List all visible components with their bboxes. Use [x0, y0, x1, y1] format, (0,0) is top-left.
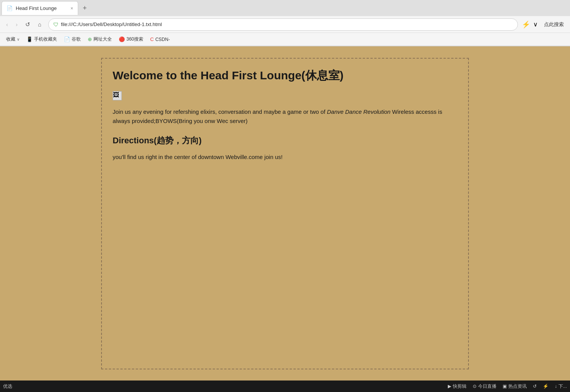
- lightning-button[interactable]: ⚡: [522, 20, 530, 29]
- bookmark-360[interactable]: 🔴 360搜索: [116, 34, 146, 44]
- hot-news-item[interactable]: ▣ 热点资讯: [503, 383, 527, 390]
- home-button[interactable]: ⌂: [35, 19, 44, 30]
- search-button[interactable]: 点此搜索: [541, 20, 567, 30]
- status-bar: 优选 ▶ 快剪辑 ⊙ 今日直播 ▣ 热点资讯 ↺ ⚡ ↓ 下...: [0, 381, 570, 392]
- status-left-label: 优选: [3, 383, 12, 390]
- tab-close-button[interactable]: ×: [70, 6, 73, 11]
- directions-text: you'll find us right in the center of do…: [113, 153, 457, 162]
- mobile-icon: 📱: [26, 36, 33, 42]
- active-tab[interactable]: 📄 Head First Lounge ×: [2, 1, 78, 15]
- google-label: 谷歌: [72, 36, 81, 43]
- hao123-icon: ⊕: [88, 36, 92, 42]
- new-tab-button[interactable]: +: [80, 3, 90, 14]
- bookmark-favorites[interactable]: 收藏 ∨: [3, 34, 23, 44]
- bookmarks-bar: 收藏 ∨ 📱 手机收藏夹 📄 谷歌 ⊕ 网址大全 🔴 360搜索 C CSDN-: [0, 33, 570, 46]
- csdn-icon: C: [150, 36, 154, 42]
- address-text: file:///C:/Users/Dell/Desktop/Untitled-1…: [61, 21, 513, 27]
- page-content: Welcome to the Head First Lounge(休息室) Jo…: [0, 46, 570, 381]
- address-bar[interactable]: 🛡 file:///C:/Users/Dell/Desktop/Untitled…: [48, 18, 518, 31]
- tab-bar: 📄 Head First Lounge × +: [0, 0, 570, 16]
- forward-button[interactable]: ›: [13, 19, 21, 30]
- 360-label: 360搜索: [126, 36, 143, 43]
- content-box: Welcome to the Head First Lounge(休息室) Jo…: [101, 58, 469, 369]
- main-heading: Welcome to the Head First Lounge(休息室): [113, 68, 457, 84]
- live-label: 今日直播: [478, 383, 496, 390]
- status-more-label: 下...: [559, 383, 567, 390]
- section-heading: Directions(趋势，方向): [113, 135, 457, 146]
- browser-chrome: 📄 Head First Lounge × + ‹ › ↺ ⌂ 🛡 file:/…: [0, 0, 570, 46]
- favorites-label: 收藏: [6, 36, 15, 43]
- download-icon: ↓: [555, 384, 557, 389]
- refresh-icon: ↺: [533, 384, 537, 389]
- bookmark-mobile[interactable]: 📱 手机收藏夹: [23, 34, 60, 44]
- quick-cut-item[interactable]: ▶ 快剪辑: [448, 383, 467, 390]
- mobile-label: 手机收藏夹: [34, 36, 57, 43]
- security-icon: 🛡: [53, 21, 59, 28]
- quick-cut-icon: ▶: [448, 384, 451, 389]
- bookmark-google[interactable]: 📄 谷歌: [61, 34, 84, 44]
- hot-news-label: 热点资讯: [508, 383, 527, 390]
- chevron-down-icon: ∨: [17, 37, 20, 41]
- tab-file-icon: 📄: [7, 5, 13, 11]
- description-text: Join us any evening for refershing elixi…: [113, 107, 457, 126]
- description-part1: Join us any evening for refershing elixi…: [113, 108, 327, 115]
- csdn-label: CSDN-: [155, 37, 170, 42]
- status-icon1[interactable]: ↺: [533, 384, 537, 389]
- 360-icon: 🔴: [119, 36, 125, 42]
- status-right: ▶ 快剪辑 ⊙ 今日直播 ▣ 热点资讯 ↺ ⚡ ↓ 下...: [448, 383, 567, 390]
- chevron-down-icon[interactable]: ∨: [533, 21, 538, 28]
- bookmark-hao123[interactable]: ⊕ 网址大全: [85, 34, 115, 44]
- bolt-icon: ⚡: [543, 384, 549, 389]
- status-icon2[interactable]: ⚡: [543, 384, 549, 389]
- description-italic: Danve Dance Revolution: [327, 108, 390, 115]
- back-button[interactable]: ‹: [3, 19, 11, 30]
- quick-cut-label: 快剪辑: [453, 383, 467, 390]
- live-icon: ⊙: [473, 384, 477, 389]
- nav-bar: ‹ › ↺ ⌂ 🛡 file:///C:/Users/Dell/Desktop/…: [0, 16, 570, 33]
- hao123-label: 网址大全: [93, 36, 112, 43]
- nav-right: ⚡ ∨ 点此搜索: [522, 20, 567, 30]
- page-icon: 📄: [64, 36, 70, 42]
- tab-title: Head First Lounge: [16, 5, 67, 11]
- bookmark-csdn[interactable]: C CSDN-: [147, 35, 173, 44]
- status-icon3[interactable]: ↓ 下...: [555, 383, 567, 390]
- broken-image: [113, 91, 122, 100]
- refresh-button[interactable]: ↺: [22, 19, 33, 30]
- hot-news-icon: ▣: [503, 384, 507, 389]
- live-item[interactable]: ⊙ 今日直播: [473, 383, 496, 390]
